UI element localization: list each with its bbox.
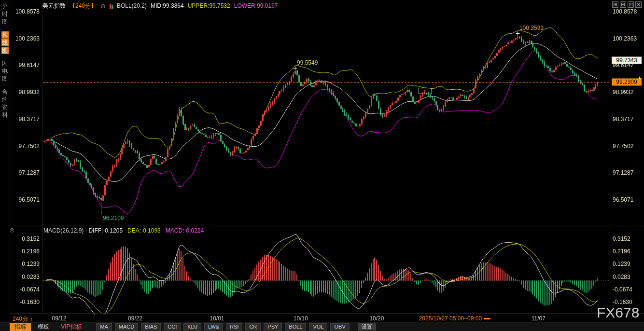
- indicator-button-kdj[interactable]: KDJ: [183, 323, 201, 331]
- layout-split-icon[interactable]: ⊟: [620, 1, 626, 8]
- layout-single-icon[interactable]: ⊡: [628, 1, 634, 8]
- x-axis-label: 11/07: [532, 315, 546, 322]
- kline-chart-canvas[interactable]: [0, 0, 644, 331]
- selected-range-dash: [484, 318, 490, 319]
- main-axis-tick-right: 97.7502: [613, 143, 633, 149]
- sidebar-tab-flash-char: 电: [1, 68, 9, 75]
- indicator-button-boll[interactable]: BOLL: [285, 323, 306, 331]
- chart-header: 美元指数 【240分】 ⊖ BOLL(20,2) MID:99.3864 UPP…: [42, 2, 278, 10]
- macd-header: MACD(26,12,9) DIFF:-0.1205 DEA:-0.1093 M…: [43, 227, 204, 234]
- sidebar-tab-flash[interactable]: 闪电图: [1, 60, 9, 83]
- main-axis-tick-right: 98.3717: [613, 116, 633, 122]
- macd-axis-tick-left: 0.2196: [0, 248, 41, 254]
- upper-band-tag: 99.7343: [612, 56, 642, 64]
- x-axis-label-text: 11/07: [532, 315, 546, 322]
- layout-controls: ⊞⊟⊡⊠: [612, 1, 642, 8]
- macd-label[interactable]: MACD(26,12,9): [43, 227, 84, 234]
- macd-axis-tick-left: -0.0674: [0, 287, 41, 292]
- macd-axis-tick-left: 0.1239: [0, 261, 41, 267]
- sidebar-tab-intraday-char: 图: [1, 18, 9, 26]
- swing-high-2-label: 100.3599: [519, 25, 544, 31]
- indicator-panel-icon[interactable]: ◎: [10, 227, 14, 233]
- sidebar-tab-kline-char: K: [1, 31, 9, 39]
- main-axis-tick-right: 96.5071: [613, 197, 633, 203]
- indicator-button-cr[interactable]: CR: [245, 323, 261, 331]
- zoom-out-icon[interactable]: ⊖: [100, 2, 106, 10]
- boll-mid-value: MID:99.3864: [151, 2, 184, 9]
- layout-cascade-icon[interactable]: ⊠: [635, 1, 642, 8]
- indicator-button-obv[interactable]: OBV: [330, 323, 349, 331]
- last-price-tag: 99.2309▲: [612, 78, 642, 85]
- toolbar-tab-vip-indicators[interactable]: VIP指标: [56, 323, 86, 331]
- x-axis-label-text: 10/20: [369, 315, 384, 322]
- boll-upper-value: UPPER:99.7532: [188, 2, 230, 9]
- macd-dea-value: DEA:-0.1093: [127, 227, 161, 234]
- sidebar-tab-intraday[interactable]: 分时图: [1, 3, 9, 26]
- sidebar-tab-contract-info-char: 料: [1, 111, 9, 119]
- indicator-button-bias[interactable]: BIAS: [141, 323, 161, 331]
- macd-axis-tick-left: 0.3152: [0, 236, 41, 242]
- macd-axis-tick-right: 0.3152: [613, 236, 630, 242]
- period-label: 【240分】: [70, 2, 97, 10]
- indicator-button-psy[interactable]: PSY: [264, 323, 282, 331]
- main-macd-divider: [10, 225, 644, 225]
- x-axis-label: 10/10: [294, 315, 308, 322]
- macd-axis-tick-right: 0.1239: [613, 261, 630, 267]
- indicator-button-cci[interactable]: CCI: [164, 323, 181, 331]
- main-axis-tick-left: 96.5071: [0, 197, 41, 203]
- boll-label[interactable]: BOLL(20,2): [117, 2, 147, 9]
- main-axis-tick-right: 98.9932: [613, 89, 633, 95]
- sidebar-tab-flash-char: 图: [1, 75, 9, 83]
- swing-low-label: 96.2109: [103, 215, 124, 221]
- macd-axis-tick-left: 0.0283: [0, 274, 41, 280]
- sidebar-tab-kline-char: 线: [1, 39, 9, 46]
- sidebar-tab-kline-char: 图: [1, 47, 9, 54]
- right-axis-divider: [611, 2, 611, 313]
- sidebar-tab-flash-char: 闪: [1, 60, 9, 67]
- indicator-button-ma[interactable]: MA: [96, 323, 112, 331]
- sidebar-tab-contract-info[interactable]: 合约资料: [1, 88, 9, 119]
- indicator-button-macd[interactable]: MACD: [115, 323, 138, 331]
- macd-axis-tick-left: -0.1630: [0, 299, 41, 305]
- x-axis-label: 09/22: [128, 315, 142, 322]
- sidebar-tab-intraday-char: 分: [1, 3, 9, 10]
- indicator-button-vol[interactable]: VOL: [309, 323, 327, 331]
- x-axis-label: 2025/10/27 05:00~09:00: [419, 315, 490, 322]
- left-axis-divider: [42, 2, 43, 313]
- macd-diff-value: DIFF:-0.1205: [88, 227, 123, 234]
- macd-axis-tick-right: 0.2196: [613, 248, 630, 254]
- x-axis-label-text: 09/22: [128, 315, 142, 322]
- swing-high-1-label: 99.5549: [297, 60, 318, 66]
- left-sidebar: 分时图K线图闪电图合约资料: [0, 0, 10, 119]
- kline-style-icon[interactable]: [110, 3, 113, 9]
- x-axis-label: 10/01: [210, 315, 224, 322]
- sidebar-tab-contract-info-char: 合: [1, 88, 9, 96]
- settings-button[interactable]: 设置: [358, 323, 376, 331]
- main-axis-tick-left: 97.1287: [0, 170, 41, 176]
- macd-xaxis-divider: [10, 313, 644, 314]
- x-axis-label-text: 2025/10/27 05:00~09:00: [419, 315, 482, 322]
- symbol-name: 美元指数: [42, 2, 66, 10]
- x-axis-label: 10/20: [369, 315, 384, 322]
- main-axis-tick-right: 100.2363: [613, 36, 637, 41]
- x-axis-label-text: 10/01: [210, 315, 224, 322]
- x-axis-label-text: 09/12: [52, 315, 66, 322]
- sidebar-tab-kline[interactable]: K线图: [1, 31, 9, 54]
- main-axis-tick-right: 100.8578: [613, 9, 637, 14]
- layout-grid-icon[interactable]: ⊞: [612, 1, 618, 8]
- main-axis-tick-left: 97.7502: [0, 143, 41, 149]
- x-axis-label-text: 10/10: [294, 315, 308, 322]
- x-axis-label: 09/12: [52, 315, 66, 322]
- indicator-button-lw[interactable]: LW&: [204, 323, 223, 331]
- boll-lower-value: LOWER:99.0197: [234, 2, 278, 9]
- macd-hist-value: MACD:-0.0224: [166, 227, 204, 234]
- sidebar-tab-intraday-char: 时: [1, 11, 9, 18]
- indicator-button-rsi[interactable]: RSI: [226, 323, 242, 331]
- price-up-arrow-icon: ▲: [638, 73, 642, 81]
- toolbar-tab-indicators[interactable]: 指标: [10, 323, 31, 331]
- toolbar-tab-templates[interactable]: 模板: [33, 323, 54, 331]
- sidebar-tab-contract-info-char: 资: [1, 104, 9, 111]
- macd-axis-tick-right: 0.0283: [613, 274, 630, 280]
- bottom-toolbar: 指标模板VIP指标MAMACDBIASCCIKDJLW&RSICRPSYBOLL…: [0, 322, 644, 331]
- sidebar-tab-contract-info-char: 约: [1, 96, 9, 103]
